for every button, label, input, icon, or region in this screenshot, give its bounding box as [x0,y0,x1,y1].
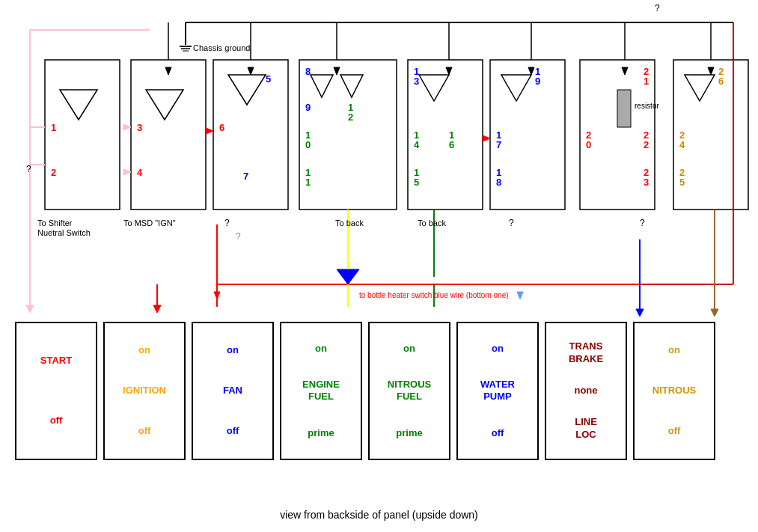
svg-text:3: 3 [137,122,142,133]
svg-text:6: 6 [449,139,454,150]
svg-text:2: 2 [644,139,649,150]
svg-text:1: 1 [51,122,56,133]
svg-text:resistor: resistor [635,102,659,110]
svg-text:4: 4 [137,167,143,178]
engine-fuel-bottom-label: prime [308,427,334,440]
nitrous-fuel-bottom-label: prime [396,427,422,440]
svg-text:8: 8 [305,66,311,77]
trans-brake-bottom-label: LINELOC [575,416,597,441]
nitrous-middle-label: NITROUS [652,385,697,397]
engine-fuel-top-label: on [315,343,327,355]
nitrous-fuel-middle-label: NITROUSFUEL [388,379,432,404]
svg-text:Nuetral Switch: Nuetral Switch [37,228,91,237]
ignition-top-label: on [138,344,150,357]
wiring-diagram: 1 2 3 4 5 6 7 8 9 1 0 1 1 1 2 1 3 1 4 1 … [0,0,758,322]
svg-text:?: ? [640,218,645,228]
water-pump-top-label: on [492,343,504,355]
start-top-label: START [40,355,72,367]
start-bottom-label: off [50,415,63,427]
nitrous-panel: on NITROUS off [633,322,715,460]
footer-label: view from backside of panel (upside down… [0,509,758,521]
svg-rect-44 [617,90,631,127]
svg-text:1: 1 [644,76,649,87]
svg-text:To back: To back [335,218,364,227]
svg-text:0: 0 [305,139,311,150]
svg-text:9: 9 [535,76,540,87]
svg-text:?: ? [26,164,31,174]
svg-text:5: 5 [679,177,685,188]
svg-text:3: 3 [414,76,419,87]
water-pump-panel: on WATERPUMP off [456,322,539,460]
svg-text:9: 9 [305,102,311,113]
svg-text:0: 0 [586,139,591,150]
fan-top-label: on [227,344,239,357]
ignition-panel: on IGNITION off [103,322,186,460]
svg-text:1: 1 [305,177,311,188]
svg-text:?: ? [509,218,514,228]
svg-rect-5 [131,60,206,210]
water-pump-bottom-label: off [492,427,504,440]
nitrous-bottom-label: off [668,425,681,438]
water-pump-middle-label: WATERPUMP [480,379,515,404]
svg-text:6: 6 [219,122,224,133]
fan-panel: on FAN off [192,322,274,460]
svg-text:?: ? [236,231,241,242]
nitrous-fuel-panel: on NITROUSFUEL prime [368,322,450,460]
svg-text:To back: To back [418,218,446,227]
svg-text:3: 3 [644,177,649,188]
trans-brake-middle-label: none [574,385,597,397]
svg-rect-1 [45,60,120,210]
ignition-middle-label: IGNITION [123,385,166,397]
svg-text:8: 8 [496,177,501,188]
trans-brake-top-label: TRANSBRAKE [569,340,603,366]
svg-text:To MSD "IGN": To MSD "IGN" [123,218,176,227]
trans-brake-panel: TRANSBRAKE none LINELOC [545,322,627,460]
ignition-bottom-label: off [138,425,151,438]
svg-text:6: 6 [718,76,724,87]
svg-text:2: 2 [348,111,353,123]
svg-text:5: 5 [414,177,419,188]
svg-text:7: 7 [243,171,248,182]
svg-text:To Shifter: To Shifter [37,218,73,227]
start-panel: START off [15,322,97,460]
engine-fuel-panel: on ENGINEFUEL prime [280,322,362,460]
svg-text:to bottle heater switch blue w: to bottle heater switch blue wire (botto… [359,291,509,299]
svg-text:Chassis ground: Chassis ground [193,43,250,52]
svg-text:4: 4 [414,139,420,150]
fan-bottom-label: off [227,425,239,438]
svg-text:4: 4 [679,139,685,150]
svg-rect-9 [213,60,288,210]
svg-text:?: ? [224,218,230,228]
switch-panels-row: START off on IGNITION off on FAN off on … [15,322,715,460]
nitrous-top-label: on [668,344,680,357]
svg-text:?: ? [655,3,660,13]
main-container: 1 2 3 4 5 6 7 8 9 1 0 1 1 1 2 1 3 1 4 1 … [0,0,758,532]
fan-middle-label: FAN [223,385,242,397]
engine-fuel-middle-label: ENGINEFUEL [302,379,340,404]
nitrous-fuel-top-label: on [403,343,415,355]
svg-text:5: 5 [266,73,271,85]
svg-text:2: 2 [51,167,56,178]
svg-text:7: 7 [496,139,501,150]
